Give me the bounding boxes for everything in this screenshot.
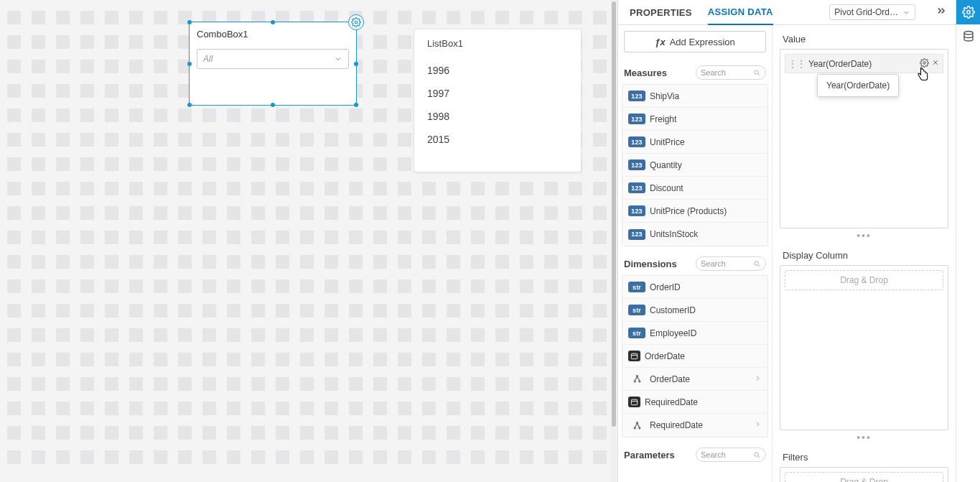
expand-panel-button[interactable] [935,5,947,19]
chip-tooltip: Year(OrderDate) [817,74,899,97]
svg-point-14 [636,422,638,423]
svg-point-7 [636,376,638,377]
numeric-icon: 123 [628,113,645,124]
drag-drop-placeholder: Drag & Drop [785,270,943,290]
measures-list: 123ShipVia 123Freight 123UnitPrice 123Qu… [622,84,768,246]
resize-handle-icon[interactable]: ••• [780,230,948,241]
value-chip[interactable]: ⋮⋮ Year(OrderDate) [785,54,943,73]
measure-item[interactable]: 123Discount [622,177,767,200]
list-item[interactable]: 1998 [427,105,568,128]
svg-point-15 [634,427,635,428]
field-label: Discount [650,183,683,193]
measure-item[interactable]: 123Freight [622,108,767,131]
svg-line-10 [635,377,637,381]
chip-settings-icon[interactable] [920,58,929,70]
search-icon [753,260,761,268]
listbox-title: ListBox1 [427,38,568,49]
svg-rect-12 [631,399,637,404]
resize-handle-icon[interactable]: ••• [780,432,948,443]
chevron-down-icon [902,9,910,17]
chip-label: Year(OrderDate) [808,59,872,69]
field-label: UnitsInStock [650,229,698,239]
string-icon: str [628,328,645,338]
fx-icon: ƒx [655,37,665,47]
list-item[interactable]: 1997 [427,82,568,105]
svg-line-2 [758,73,760,75]
dimension-item[interactable]: OrderDate [622,368,767,391]
right-panel: PROPERTIES ASSIGN DATA Pivot Grid-Ord… ƒ… [617,0,980,482]
combobox-select[interactable]: All [197,49,349,69]
filters-heading: Filters [780,449,948,467]
data-source-select[interactable]: Pivot Grid-Ord… [829,4,915,20]
display-column-heading: Display Column [780,247,948,265]
field-label: OrderDate [645,351,685,361]
svg-line-17 [635,423,637,427]
measure-item[interactable]: 123Quantity [622,154,767,177]
canvas-scrollbar[interactable] [610,0,617,482]
display-column-drop-zone[interactable]: Drag & Drop [780,265,948,430]
dimension-item[interactable]: strOrderID [622,276,767,299]
dimension-item[interactable]: OrderDate [622,345,767,368]
add-expression-button[interactable]: ƒx Add Expression [624,31,766,52]
database-icon [962,30,975,43]
dimension-item[interactable]: strEmployeeID [622,322,767,345]
date-icon [628,351,640,361]
field-label: EmployeeID [650,328,696,338]
listbox-widget[interactable]: ListBox1 1996 1997 1998 2015 [414,29,582,172]
rail-settings-button[interactable] [956,0,981,24]
chip-remove-icon[interactable] [931,58,940,69]
search-icon [753,69,761,77]
field-label: OrderDate [650,374,690,384]
svg-point-16 [638,427,640,428]
field-label: UnitPrice [650,137,685,147]
parameters-heading: Parameters [624,450,675,460]
parameters-search[interactable]: Search [696,448,766,462]
chevron-down-icon [334,55,342,63]
dimensions-search[interactable]: Search [696,256,766,271]
measure-item[interactable]: 123UnitsInStock [622,223,767,246]
hierarchy-icon [628,420,645,431]
gear-icon [962,6,975,19]
side-rail [956,0,980,482]
measure-item[interactable]: 123UnitPrice (Products) [622,200,767,223]
field-label: RequiredDate [650,420,703,430]
field-label: ShipVia [650,91,679,101]
dimension-item[interactable]: RequiredDate [622,414,767,437]
svg-point-3 [755,261,759,265]
string-icon: str [628,305,645,315]
field-label: Quantity [650,160,682,170]
search-placeholder: Search [701,450,726,459]
rail-data-button[interactable] [956,24,981,49]
svg-line-18 [637,423,639,427]
measure-item[interactable]: 123ShipVia [622,85,767,108]
list-item[interactable]: 2015 [427,128,568,151]
svg-line-20 [758,455,760,457]
numeric-icon: 123 [628,182,645,193]
field-label: RequiredDate [645,397,698,407]
field-label: Freight [650,114,676,124]
widget-settings-icon[interactable] [348,14,364,30]
dimensions-list: strOrderID strCustomerID strEmployeeID O… [622,275,768,437]
scrollbar-thumb[interactable] [612,1,616,427]
combobox-widget[interactable]: ComboBox1 All [189,22,357,106]
list-item[interactable]: 1996 [427,59,568,82]
svg-line-4 [758,264,760,266]
drag-handle-icon[interactable]: ⋮⋮ [788,59,806,69]
search-icon [753,451,761,459]
measures-search[interactable]: Search [696,65,766,80]
tab-properties[interactable]: PROPERTIES [630,1,692,24]
string-icon: str [628,282,645,292]
tab-assign-data[interactable]: ASSIGN DATA [708,0,773,25]
dimension-item[interactable]: strCustomerID [622,299,767,322]
panel-tabs: PROPERTIES ASSIGN DATA Pivot Grid-Ord… [618,0,956,25]
bindings-column: Value ⋮⋮ Year(OrderDate) ••• Display Col… [773,25,956,482]
svg-point-24 [966,11,970,14]
measure-item[interactable]: 123UnitPrice [622,131,767,154]
measures-heading: Measures [624,68,667,78]
numeric-icon: 123 [628,91,645,101]
combobox-placeholder: All [203,54,213,64]
filters-drop-zone[interactable]: Drag & Drop [780,467,948,482]
dimension-item[interactable]: RequiredDate [622,391,767,414]
design-canvas[interactable]: ComboBox1 All ListBox1 1996 1997 1998 20… [0,0,617,482]
add-expression-label: Add Expression [670,37,735,47]
